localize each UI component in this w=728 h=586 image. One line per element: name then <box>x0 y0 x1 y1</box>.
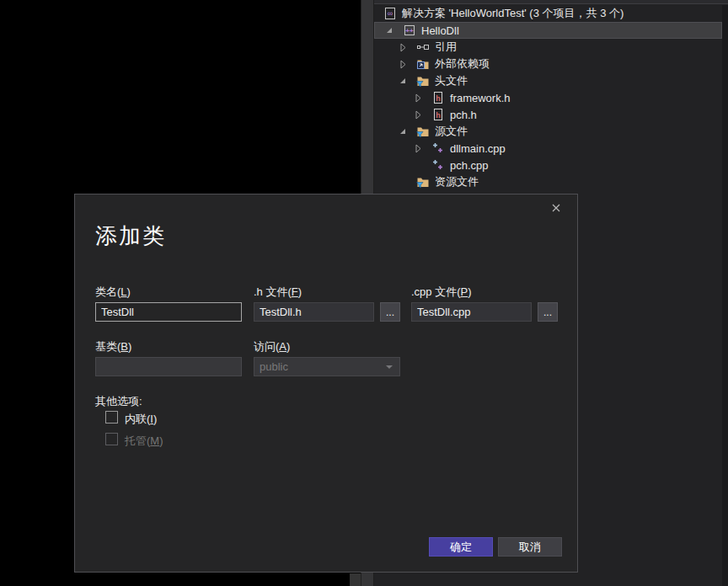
class-name-input[interactable] <box>95 302 242 322</box>
collapse-arrow-icon[interactable] <box>411 108 425 121</box>
collapse-arrow-icon[interactable] <box>396 40 410 54</box>
tree-item-header-files[interactable]: 头文件 <box>374 72 722 89</box>
dialog-title: 添加类 <box>95 221 166 251</box>
cpp-file-browse-button[interactable]: ... <box>538 302 558 322</box>
arrow-spacer <box>396 175 410 189</box>
tree-item-label: 资源文件 <box>435 174 479 189</box>
inline-checkbox-label[interactable]: 内联(I) <box>125 412 157 427</box>
chevron-down-icon <box>386 365 393 369</box>
tree-item-hellodll[interactable]: ++ HelloDll <box>374 22 722 39</box>
tree-item-pch-h[interactable]: h pch.h <box>374 106 722 123</box>
base-class-input[interactable] <box>95 357 242 376</box>
tree-item-label: 引用 <box>435 40 457 55</box>
svg-text:∞: ∞ <box>388 9 393 18</box>
cancel-button[interactable]: 取消 <box>498 537 562 557</box>
external-dependencies-icon <box>416 57 430 71</box>
close-icon <box>550 202 562 217</box>
filtered-folder-icon <box>416 175 430 189</box>
svg-text:++: ++ <box>405 27 414 35</box>
h-file-input[interactable] <box>254 302 374 322</box>
solution-icon: ∞ <box>383 7 397 20</box>
tree-item-label: 外部依赖项 <box>435 56 490 72</box>
ok-button[interactable]: 确定 <box>429 537 493 557</box>
tree-item-external-dependencies[interactable]: 外部依赖项 <box>374 56 722 72</box>
solution-tree: ∞ 解决方案 'HelloWorldTest' (3 个项目，共 3 个) ++… <box>374 5 722 190</box>
filtered-folder-icon <box>416 74 430 88</box>
references-icon <box>416 40 430 54</box>
access-combobox[interactable]: public <box>254 357 400 376</box>
expand-arrow-icon[interactable] <box>396 74 410 88</box>
cpp-file-icon <box>431 141 445 155</box>
close-button[interactable] <box>549 202 564 217</box>
tree-item-label: pch.h <box>450 109 477 121</box>
svg-text:h: h <box>436 111 441 120</box>
tree-item-label: pch.cpp <box>450 159 489 172</box>
inline-checkbox[interactable] <box>105 411 118 424</box>
other-options-label: 其他选项: <box>95 394 142 409</box>
collapse-arrow-icon[interactable] <box>411 141 425 155</box>
tree-item-label: framework.h <box>450 92 511 104</box>
tree-item-framework-h[interactable]: h framework.h <box>374 89 722 106</box>
add-class-dialog: 添加类 类名(L) .h 文件(F) .cpp 文件(P) ... ... 基类… <box>74 194 578 573</box>
tree-item-resource-files[interactable]: 资源文件 <box>374 173 722 190</box>
collapse-arrow-icon[interactable] <box>411 91 425 104</box>
cpp-file-input[interactable] <box>411 302 532 322</box>
collapse-arrow-icon[interactable] <box>396 57 410 71</box>
tree-item-solution[interactable]: ∞ 解决方案 'HelloWorldTest' (3 个项目，共 3 个) <box>374 5 722 22</box>
svg-text:h: h <box>436 94 441 103</box>
vertical-scrollbar[interactable] <box>722 5 728 586</box>
managed-checkbox-label: 托管(M) <box>125 434 163 449</box>
class-name-label: 类名(L) <box>95 285 131 300</box>
tree-item-label: HelloDll <box>421 24 459 37</box>
h-file-icon: h <box>431 108 445 121</box>
h-file-icon: h <box>431 91 445 104</box>
tree-item-dllmain-cpp[interactable]: dllmain.cpp <box>374 140 722 157</box>
expand-arrow-icon[interactable] <box>396 125 410 138</box>
h-file-browse-button[interactable]: ... <box>380 302 400 322</box>
cpp-file-label: .cpp 文件(P) <box>411 285 472 300</box>
h-file-label: .h 文件(F) <box>254 285 302 300</box>
tree-item-label: 源文件 <box>435 124 468 139</box>
filtered-folder-icon <box>416 125 430 138</box>
access-combobox-value: public <box>260 360 288 373</box>
tree-item-source-files[interactable]: 源文件 <box>374 123 722 140</box>
window-edge-stub <box>350 573 361 586</box>
tree-item-references[interactable]: 引用 <box>374 39 722 56</box>
screen: ∞ 解决方案 'HelloWorldTest' (3 个项目，共 3 个) ++… <box>0 0 728 586</box>
tree-item-label: 头文件 <box>435 73 468 88</box>
tree-item-label: dllmain.cpp <box>450 142 506 155</box>
base-class-label: 基类(B) <box>95 339 131 354</box>
tree-item-label: 解决方案 'HelloWorldTest' (3 个项目，共 3 个) <box>402 6 624 21</box>
expand-arrow-icon[interactable] <box>383 24 396 37</box>
tree-item-pch-cpp[interactable]: pch.cpp <box>374 157 722 173</box>
access-label: 访问(A) <box>254 339 290 354</box>
managed-checkbox <box>105 433 118 445</box>
cpp-project-icon: ++ <box>403 24 416 37</box>
explorer-toolbar-edge <box>374 0 728 4</box>
cpp-file-icon <box>431 158 445 172</box>
arrow-spacer <box>411 158 425 172</box>
